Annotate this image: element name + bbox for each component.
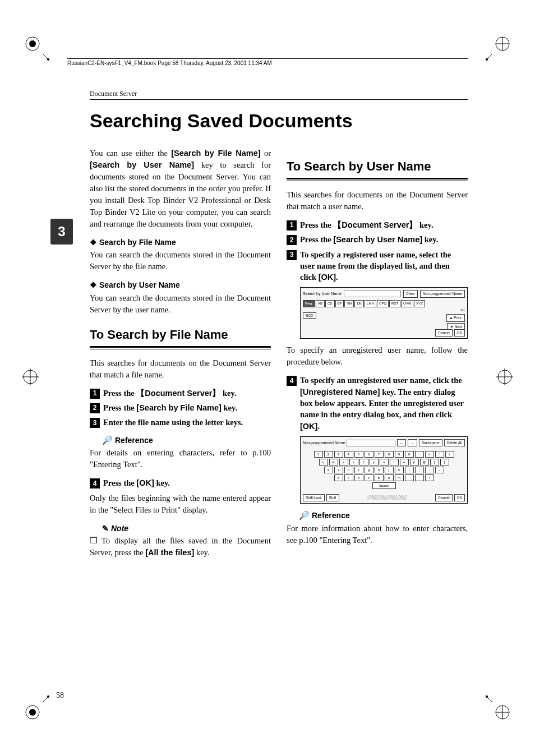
section-intro: This searches for documents on the Docum… xyxy=(287,189,468,213)
ss1-nonprogrammed-button: Non-programmed Name xyxy=(420,290,465,297)
reference-label: Reference xyxy=(115,436,153,445)
text: Press the xyxy=(103,478,136,487)
text: . xyxy=(317,422,320,431)
keyboard-row: asdfghjkl;:~ xyxy=(306,467,462,473)
ss1-page-indicator: 1/1 xyxy=(460,308,465,313)
text: To specify an unregistered user name, cl… xyxy=(300,376,462,385)
keyboard-key: ] xyxy=(440,459,449,465)
svg-point-3 xyxy=(47,58,49,61)
keyboard-key: o xyxy=(400,459,409,465)
keyboard-key: v xyxy=(365,474,373,481)
step-3: 3 Enter the file name using the letter k… xyxy=(90,417,271,428)
ss1-cancel-button: Cancel xyxy=(435,329,452,336)
key-all-the-files: [All the files] xyxy=(145,548,194,557)
keyboard-row: qwertyuiop@[] xyxy=(306,459,462,465)
step-2: 2 Press the [Search by User Name] key. xyxy=(287,234,468,245)
ss1-input xyxy=(344,291,402,297)
ss2-input xyxy=(347,440,395,446)
keyboard-key: 4 xyxy=(344,451,353,458)
crop-mark-left xyxy=(19,366,41,390)
ss1-ok-button: OK xyxy=(454,329,465,336)
keyboard-key: 6 xyxy=(365,451,373,458)
crop-mark-top-right xyxy=(486,34,513,61)
keyboard-key: h xyxy=(375,467,384,473)
keyboard-key: / xyxy=(425,474,434,481)
keyboard-key: - xyxy=(415,451,424,458)
left-column: You can use either the [Search by File N… xyxy=(90,147,271,565)
ss1-tab: CD xyxy=(325,300,335,307)
reference-icon: 🔎 xyxy=(299,510,310,520)
text: key. xyxy=(220,389,236,398)
reference-icon: 🔎 xyxy=(102,435,113,445)
keyboard-key: y xyxy=(370,459,379,465)
keyboard-key: m xyxy=(395,474,404,481)
text: key. xyxy=(194,548,209,557)
ss2-back-button: ← xyxy=(397,439,407,446)
rule xyxy=(90,346,271,348)
reference-body: For more information about how to enter … xyxy=(287,523,468,546)
text: Press the xyxy=(103,403,136,412)
ss1-tab: Freq. xyxy=(303,300,315,307)
svg-point-17 xyxy=(486,695,488,698)
keyboard-key: = xyxy=(425,451,434,458)
keyboard-key: u xyxy=(380,459,389,465)
step-3: 3 To specify a registered user name, sel… xyxy=(287,249,468,283)
key-ok: [OK] xyxy=(300,422,317,431)
step-number-icon: 2 xyxy=(287,235,297,245)
key-search-by-file-name: [Search by File Name] xyxy=(136,403,222,412)
reference-heading: 🔎Reference xyxy=(102,434,271,446)
step-4: 4 To specify an unregistered user name, … xyxy=(287,375,468,431)
body-search-by-file-name: You can search the documents stored in t… xyxy=(90,249,271,273)
key-search-by-user-name: [Search by User Name] xyxy=(333,235,422,244)
keyboard-key: \ xyxy=(445,451,454,458)
text: key to search for documents stored on th… xyxy=(90,160,271,228)
ss2-cancel-button: Cancel xyxy=(435,494,452,501)
text: Press the xyxy=(103,389,136,398)
keyboard-key: 3 xyxy=(334,451,343,458)
rule xyxy=(287,178,468,179)
ss1-tab: LMN xyxy=(365,300,376,307)
keyboard-key: : xyxy=(425,467,434,473)
crop-mark-top-left xyxy=(22,34,49,61)
rule xyxy=(90,349,271,349)
step-number-icon: 4 xyxy=(90,478,100,488)
note-heading: ✎Note xyxy=(102,523,271,534)
key-search-by-user-name: [Search by User Name] xyxy=(90,160,194,169)
key-document-server: 【Document Server】 xyxy=(136,389,220,398)
ss1-tab: RST xyxy=(389,300,400,307)
key-ok: [OK] xyxy=(319,273,336,282)
ss1-tab: OPQ xyxy=(377,300,389,307)
keyboard-key: 0 xyxy=(405,451,414,458)
ss1-clear-button: Clear xyxy=(403,290,418,297)
ss1-tab: IJK xyxy=(354,300,364,307)
keyboard-key: r xyxy=(349,459,358,465)
keyboard-row: zxcvbnm,./ xyxy=(306,474,462,481)
keyboard-key: w xyxy=(329,459,338,465)
step-number-icon: 1 xyxy=(287,220,297,231)
step-text: Enter the file name using the letter key… xyxy=(103,417,243,428)
page-title: Searching Saved Documents xyxy=(90,110,468,132)
keyboard-key: 1 xyxy=(314,451,323,458)
frame-header: RussianC2-EN-sysF1_V4_FM.book Page 58 Th… xyxy=(67,58,468,66)
running-head: Document Server xyxy=(90,90,468,100)
crop-mark-bottom-left xyxy=(22,695,49,722)
rule xyxy=(287,181,468,181)
body-search-by-user-name: You can search the documents stored in t… xyxy=(90,292,271,316)
text: Press the xyxy=(300,220,333,229)
ss1-tabs: Freq.ABCDEFGHIJKLMNOPQRSTUVWXYZ xyxy=(301,300,467,307)
step-1: 1 Press the 【Document Server】 key. xyxy=(90,388,271,399)
keyboard-key: ~ xyxy=(435,467,444,473)
keyboard-key: b xyxy=(375,474,384,481)
ss1-tab: XYZ xyxy=(414,300,425,307)
key-document-server: 【Document Server】 xyxy=(333,220,417,229)
step-1: 1 Press the 【Document Server】 key. xyxy=(287,219,468,231)
keyboard-key: t xyxy=(359,459,368,465)
keyboard-key: n xyxy=(385,474,394,481)
note-item: To display all the files saved in the Do… xyxy=(90,535,271,559)
ss2-space-key: Space xyxy=(372,482,396,489)
keyboard-key: j xyxy=(385,467,394,473)
page-number: 58 xyxy=(56,691,64,700)
keyboard-key: k xyxy=(395,467,404,473)
ss1-tab: GH xyxy=(344,300,354,307)
keyboard-key: ` xyxy=(435,451,444,458)
